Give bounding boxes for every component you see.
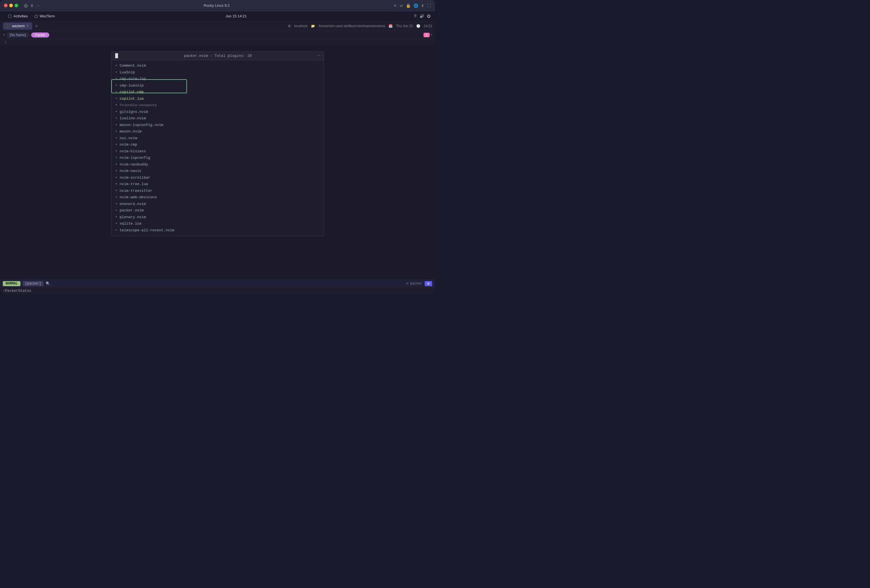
new-tab-button[interactable]: + bbox=[33, 24, 39, 28]
list-item: • mason.nvim bbox=[115, 128, 320, 135]
bullet-icon: • bbox=[115, 181, 118, 187]
plugin-name: Comment.nvim bbox=[120, 63, 146, 68]
tray-area: ⠿ 🔊 ⏻ bbox=[414, 14, 431, 18]
bullet-icon: • bbox=[115, 96, 118, 102]
plugin-name: telescope-all-recent.nvim bbox=[120, 228, 174, 233]
plugin-name: nvim-lspconfig bbox=[120, 155, 150, 161]
plugin-name: gitsigns.nvim bbox=[120, 109, 148, 115]
bullet-icon: • bbox=[115, 214, 118, 220]
bullet-icon: • bbox=[115, 195, 118, 200]
bullet-icon: • bbox=[115, 63, 118, 68]
plugin-name: mason-lspconfig.nvim bbox=[120, 122, 163, 128]
traffic-lights bbox=[4, 4, 18, 7]
host-label: localhost bbox=[294, 24, 307, 28]
plugin-name: mason.nvim bbox=[120, 129, 142, 134]
buffer-name-status: [packer] bbox=[23, 281, 43, 286]
line-number-area: 1 bbox=[0, 39, 435, 46]
activities-button[interactable]: ⬡ Activities bbox=[4, 11, 31, 21]
wezterm-icon: ⬡ bbox=[34, 14, 38, 18]
list-item: • nvim-navic bbox=[115, 168, 320, 174]
buffer-name: [No Name] bbox=[10, 33, 26, 37]
plugin-name: lualine.nvim bbox=[120, 116, 146, 121]
main-editor-area: packer.nvim - Total plugins: 28 • • Comm… bbox=[0, 46, 435, 279]
plugin-name: onenord.nvim bbox=[120, 201, 146, 207]
list-item: • gitsigns.nvim bbox=[115, 108, 320, 115]
bullet-icon: • bbox=[115, 70, 118, 75]
fullscreen-icon: ⛶ bbox=[427, 3, 431, 8]
list-item: • telescope-all-recent.nvim bbox=[115, 227, 320, 234]
plugin-name: nvim-tree.lua bbox=[120, 181, 148, 187]
plugin-name: copilot.lua bbox=[120, 96, 144, 102]
tab-wezterm[interactable]: ⬛ wezterm ✕ bbox=[3, 22, 32, 30]
plugin-name: friendly-snippets bbox=[120, 102, 157, 108]
volume-icon: 🔊 bbox=[420, 14, 424, 18]
list-item: • cmp-luasnip bbox=[115, 82, 320, 89]
nvim-breadcrumb: ✦ [No Name] › Packer 1 • bbox=[0, 31, 435, 39]
bullet-icon: • bbox=[115, 155, 118, 161]
list-item: • Comment.nvim bbox=[115, 62, 320, 69]
brightness-icon: ☀ bbox=[393, 3, 397, 8]
plugin-name: LuaSnip bbox=[120, 70, 135, 75]
bullet-icon: • bbox=[115, 148, 118, 154]
titlebar-tray: ☀ ⇄ 🔒 🌐 ⬆ ⛶ bbox=[393, 3, 431, 8]
gear-status-icon: ⚙ bbox=[425, 281, 432, 286]
list-item: • nvim-lspconfig bbox=[115, 154, 320, 161]
wezterm-menu-button[interactable]: ⬡ WezTerm bbox=[31, 11, 58, 21]
plugin-name: cmp-luasnip bbox=[120, 83, 144, 89]
wifi-icon: ⇄ bbox=[400, 3, 403, 8]
gnome-icon: ⬡ bbox=[8, 13, 12, 19]
power-icon[interactable]: ⏻ bbox=[24, 3, 28, 8]
tab-terminal-icon: ⬛ bbox=[6, 24, 10, 28]
back-icon[interactable]: ← bbox=[36, 3, 40, 8]
titlebar: ⏻ ⏸ ← Rocky Linux 9.2 ☀ ⇄ 🔒 🌐 ⬆ ⛶ bbox=[0, 0, 435, 11]
plugin-name: nui.nvim bbox=[120, 135, 137, 141]
bullet-icon: • bbox=[115, 221, 118, 227]
search-status-icon: 🔍 bbox=[46, 281, 50, 286]
panel-title-dot: • bbox=[317, 54, 320, 58]
close-button[interactable] bbox=[4, 4, 7, 7]
upload-icon: ⬆ bbox=[421, 3, 425, 8]
list-item: • LuaSnip bbox=[115, 69, 320, 76]
bullet-icon: • bbox=[115, 175, 118, 181]
monitor-icon: 🖥 bbox=[288, 24, 291, 28]
bullet-icon: • bbox=[115, 162, 118, 168]
calendar-icon: 📅 bbox=[389, 24, 393, 28]
list-item: • packer.nvim bbox=[115, 207, 320, 214]
battery-icon: ⏻ bbox=[427, 14, 431, 18]
tabbar: ⬛ wezterm ✕ + 🖥 localhost 📁 /home/utm-us… bbox=[0, 21, 435, 31]
tab-info-right: 🖥 localhost 📁 /home/utm-user/.dotfiles/n… bbox=[288, 24, 432, 28]
breadcrumb-dot: • bbox=[431, 33, 432, 37]
maximize-button[interactable] bbox=[15, 4, 18, 7]
plugin-name: packer.nvim bbox=[120, 208, 144, 213]
bullet-icon: • bbox=[115, 89, 118, 95]
menubar: ⬡ Activities ⬡ WezTerm Jun 15 14:21 ⠿ 🔊 … bbox=[0, 11, 435, 21]
list-item: • nui.nvim bbox=[115, 135, 320, 142]
list-item: • friendly-snippets bbox=[115, 102, 320, 108]
plugin-list: • Comment.nvim • LuaSnip • cmp-nvim-lsp … bbox=[115, 62, 320, 233]
time-label: 14:21 bbox=[424, 24, 432, 28]
lock-icon: 🔒 bbox=[406, 3, 411, 8]
line-number: 1 bbox=[4, 40, 7, 45]
num-badge: 1 bbox=[423, 33, 430, 37]
list-item: • nvim-treesitter bbox=[115, 188, 320, 195]
date-label: Thu Jun 15 bbox=[396, 24, 413, 28]
vim-mode: NORMAL bbox=[3, 281, 21, 286]
list-item: • sqlite.lua bbox=[115, 220, 320, 227]
tab-close-button[interactable]: ✕ bbox=[26, 24, 29, 28]
pause-icon[interactable]: ⏸ bbox=[30, 3, 34, 8]
list-item: • nvim-scrollbar bbox=[115, 174, 320, 181]
folder-icon: 📁 bbox=[311, 24, 315, 28]
plugin-name: nvim-navic bbox=[120, 168, 142, 174]
clock-icon: 🕐 bbox=[416, 24, 420, 28]
bullet-icon: • bbox=[115, 142, 118, 147]
panel-title-text: packer.nvim - Total plugins: 28 bbox=[120, 54, 315, 58]
datetime-display: Jun 15 14:21 bbox=[226, 14, 247, 18]
list-item: • cmp-nvim-lsp bbox=[115, 76, 320, 82]
list-item: • plenary.nvim bbox=[115, 214, 320, 221]
plugin-name: nvim-treesitter bbox=[120, 188, 152, 194]
globe-icon: 🌐 bbox=[413, 3, 418, 8]
bullet-icon: • bbox=[115, 122, 118, 128]
bullet-icon: • bbox=[115, 201, 118, 207]
plugin-name: nvim-cmp bbox=[120, 142, 137, 147]
minimize-button[interactable] bbox=[9, 4, 13, 7]
